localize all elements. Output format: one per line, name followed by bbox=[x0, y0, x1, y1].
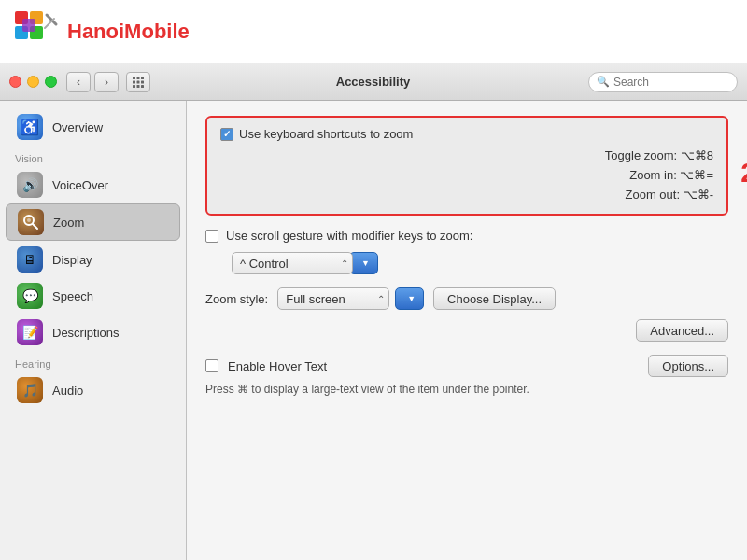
content-panel: 1 2 Use keyboard shortcuts to zoom Toggl… bbox=[187, 101, 747, 560]
speech-icon: 💬 bbox=[17, 283, 43, 309]
shortcuts-header: Use keyboard shortcuts to zoom bbox=[220, 127, 713, 141]
scroll-gesture-row: Use scroll gesture with modifier keys to… bbox=[205, 229, 728, 243]
sidebar-item-voiceover[interactable]: 🔊 VoiceOver bbox=[6, 167, 180, 203]
svg-line-18 bbox=[33, 224, 37, 229]
keyboard-shortcuts-box: Use keyboard shortcuts to zoom Toggle zo… bbox=[205, 116, 728, 216]
modifier-value: ^ Control bbox=[240, 257, 289, 271]
sidebar-item-audio[interactable]: 🎵 Audio bbox=[6, 372, 180, 408]
zoom-out-text: Zoom out: ⌥⌘- bbox=[626, 188, 713, 202]
zoom-out-row: Zoom out: ⌥⌘- bbox=[220, 186, 713, 205]
svg-rect-11 bbox=[133, 80, 135, 83]
grid-button[interactable] bbox=[126, 72, 150, 92]
maximize-button[interactable] bbox=[45, 76, 57, 88]
hover-text-checkbox[interactable] bbox=[205, 359, 218, 372]
sidebar-item-speech[interactable]: 💬 Speech bbox=[6, 278, 180, 314]
hover-text-label: Enable Hover Text bbox=[228, 359, 327, 373]
zoom-in-row: Zoom in: ⌥⌘= bbox=[220, 166, 713, 186]
svg-rect-5 bbox=[22, 19, 35, 32]
svg-rect-14 bbox=[133, 85, 135, 88]
minimize-button[interactable] bbox=[27, 76, 39, 88]
audio-icon: 🎵 bbox=[17, 377, 43, 403]
svg-rect-8 bbox=[133, 77, 135, 79]
hover-text-options-button[interactable]: Options... bbox=[648, 355, 728, 377]
scroll-gesture-checkbox[interactable] bbox=[205, 230, 218, 243]
titlebar: ‹ › Accessibility 🔍 bbox=[0, 63, 747, 101]
advanced-button[interactable]: Advanced... bbox=[636, 319, 728, 342]
keyboard-shortcuts-label: Use keyboard shortcuts to zoom bbox=[239, 127, 413, 141]
sidebar-label-zoom: Zoom bbox=[53, 216, 84, 230]
display-icon: 🖥 bbox=[17, 246, 43, 273]
toggle-zoom-text: Toggle zoom: ⌥⌘8 bbox=[605, 148, 713, 162]
modifier-key-row: ^ Control bbox=[232, 252, 728, 274]
choose-display-button[interactable]: Choose Display... bbox=[433, 287, 556, 310]
toggle-zoom-row: Toggle zoom: ⌥⌘8 bbox=[220, 147, 713, 166]
grid-icon bbox=[132, 76, 145, 89]
zoom-style-value: Full screen bbox=[286, 292, 345, 306]
brand-hanoi: HanoiMobile bbox=[67, 20, 190, 43]
forward-button[interactable]: › bbox=[94, 72, 119, 92]
brand-name: HanoiMobile bbox=[67, 20, 190, 44]
traffic-lights bbox=[9, 76, 57, 88]
svg-point-19 bbox=[27, 218, 31, 222]
sidebar-section-vision: Vision bbox=[0, 146, 186, 166]
advanced-row: Advanced... bbox=[205, 319, 728, 342]
search-icon: 🔍 bbox=[597, 76, 610, 88]
sidebar-label-voiceover: VoiceOver bbox=[52, 178, 108, 192]
zoom-in-text: Zoom in: ⌥⌘= bbox=[629, 168, 713, 182]
svg-rect-13 bbox=[141, 80, 144, 83]
main-area: ♿ Overview Vision 🔊 VoiceOver bbox=[0, 101, 747, 560]
hover-text-note: Press ⌘ to display a large-text view of … bbox=[205, 383, 728, 396]
brand-logo bbox=[11, 7, 60, 56]
zoom-style-dropdown-arrow[interactable] bbox=[395, 287, 424, 310]
back-button[interactable]: ‹ bbox=[66, 72, 91, 92]
sidebar-label-audio: Audio bbox=[52, 384, 83, 398]
sidebar-item-overview[interactable]: ♿ Overview bbox=[6, 109, 180, 145]
sidebar-item-descriptions[interactable]: 📝 Descriptions bbox=[6, 315, 180, 350]
sidebar-label-overview: Overview bbox=[52, 120, 103, 134]
sidebar-label-speech: Speech bbox=[52, 289, 93, 303]
svg-rect-15 bbox=[137, 85, 140, 88]
sidebar-item-zoom[interactable]: Zoom bbox=[6, 203, 180, 241]
annotation-2: 2 bbox=[740, 157, 747, 189]
scroll-gesture-label: Use scroll gesture with modifier keys to… bbox=[226, 229, 472, 243]
zoom-style-dropdown[interactable]: Full screen bbox=[277, 287, 389, 310]
svg-rect-10 bbox=[141, 77, 144, 79]
zoom-style-label: Zoom style: bbox=[205, 292, 268, 306]
window-title: Accessibility bbox=[158, 75, 588, 89]
svg-rect-16 bbox=[141, 85, 144, 88]
voiceover-icon: 🔊 bbox=[17, 172, 43, 198]
sidebar-section-hearing: Hearing bbox=[0, 351, 186, 371]
modifier-dropdown-arrow[interactable] bbox=[349, 252, 378, 274]
overview-icon: ♿ bbox=[17, 114, 43, 140]
svg-rect-12 bbox=[137, 80, 140, 83]
preferences-window: ‹ › Accessibility 🔍 bbox=[0, 63, 747, 560]
search-input[interactable] bbox=[613, 76, 729, 89]
sidebar-label-descriptions: Descriptions bbox=[52, 326, 120, 340]
keyboard-shortcuts-checkbox[interactable] bbox=[220, 128, 233, 141]
hover-text-row: Enable Hover Text Options... bbox=[205, 355, 728, 377]
search-box[interactable]: 🔍 bbox=[588, 72, 738, 92]
sidebar-label-display: Display bbox=[52, 253, 92, 267]
close-button[interactable] bbox=[9, 76, 21, 88]
zoom-icon bbox=[18, 209, 44, 235]
modifier-dropdown[interactable]: ^ Control bbox=[232, 252, 353, 274]
watermark-banner: HanoiMobile bbox=[0, 0, 747, 63]
nav-buttons: ‹ › bbox=[66, 72, 119, 92]
sidebar: ♿ Overview Vision 🔊 VoiceOver bbox=[0, 101, 187, 560]
descriptions-icon: 📝 bbox=[17, 319, 43, 345]
svg-rect-9 bbox=[137, 77, 140, 79]
zoom-style-row: Zoom style: Full screen Choose Display..… bbox=[205, 287, 728, 310]
sidebar-item-display[interactable]: 🖥 Display bbox=[6, 242, 180, 277]
